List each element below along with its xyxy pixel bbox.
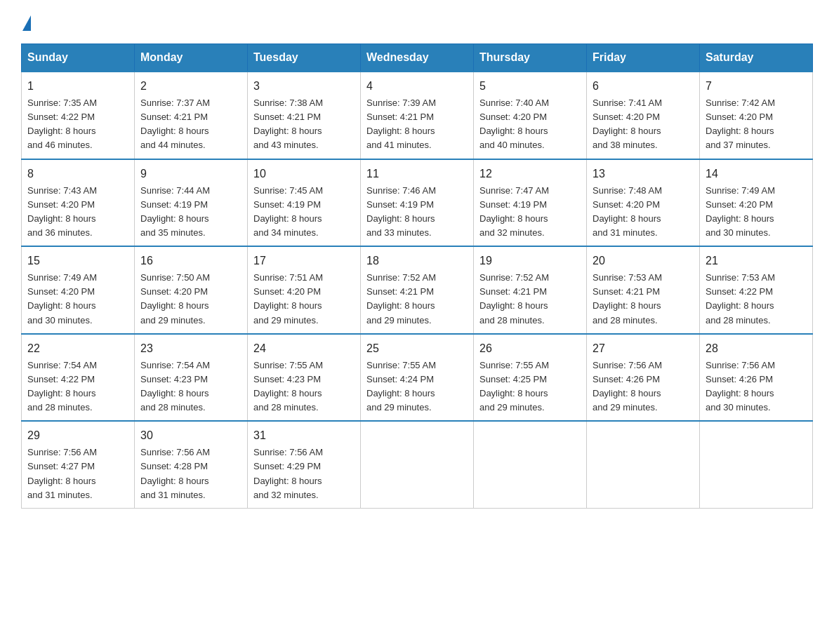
calendar-day-cell: 22 Sunrise: 7:54 AMSunset: 4:22 PMDaylig… [22, 334, 135, 422]
day-number: 3 [253, 78, 355, 95]
calendar-day-cell: 30 Sunrise: 7:56 AMSunset: 4:28 PMDaylig… [135, 421, 248, 508]
calendar-day-cell: 7 Sunrise: 7:42 AMSunset: 4:20 PMDayligh… [700, 72, 813, 159]
day-info: Sunrise: 7:49 AMSunset: 4:20 PMDaylight:… [27, 272, 97, 325]
day-number: 31 [253, 427, 355, 444]
day-info: Sunrise: 7:56 AMSunset: 4:26 PMDaylight:… [706, 360, 775, 412]
day-info: Sunrise: 7:56 AMSunset: 4:29 PMDaylight:… [253, 447, 323, 499]
calendar-day-cell: 4 Sunrise: 7:39 AMSunset: 4:21 PMDayligh… [361, 72, 474, 159]
day-number: 6 [593, 78, 694, 95]
calendar-week-row: 1 Sunrise: 7:35 AMSunset: 4:22 PMDayligh… [22, 72, 813, 159]
day-number: 26 [479, 340, 581, 357]
calendar-day-cell: 9 Sunrise: 7:44 AMSunset: 4:19 PMDayligh… [135, 159, 248, 247]
day-number: 23 [140, 340, 241, 357]
calendar-week-row: 8 Sunrise: 7:43 AMSunset: 4:20 PMDayligh… [22, 159, 813, 247]
day-info: Sunrise: 7:40 AMSunset: 4:20 PMDaylight:… [479, 98, 549, 150]
calendar-day-cell: 16 Sunrise: 7:50 AMSunset: 4:20 PMDaylig… [135, 246, 248, 334]
day-info: Sunrise: 7:38 AMSunset: 4:21 PMDaylight:… [253, 98, 323, 150]
calendar-day-cell: 12 Sunrise: 7:47 AMSunset: 4:19 PMDaylig… [474, 159, 587, 247]
day-number: 8 [27, 166, 128, 182]
calendar-day-cell: 28 Sunrise: 7:56 AMSunset: 4:26 PMDaylig… [700, 334, 813, 422]
day-number: 29 [27, 427, 128, 444]
day-of-week-header: Saturday [700, 44, 813, 72]
day-number: 28 [706, 340, 807, 357]
day-number: 11 [366, 166, 468, 182]
calendar-header-row: SundayMondayTuesdayWednesdayThursdayFrid… [22, 44, 813, 72]
day-info: Sunrise: 7:35 AMSunset: 4:22 PMDaylight:… [27, 98, 97, 150]
day-info: Sunrise: 7:52 AMSunset: 4:21 PMDaylight:… [366, 272, 436, 325]
day-info: Sunrise: 7:55 AMSunset: 4:25 PMDaylight:… [479, 360, 549, 412]
calendar-day-cell: 6 Sunrise: 7:41 AMSunset: 4:20 PMDayligh… [587, 72, 700, 159]
calendar-day-cell [587, 421, 700, 508]
day-number: 7 [706, 78, 807, 95]
day-info: Sunrise: 7:43 AMSunset: 4:20 PMDaylight:… [27, 185, 97, 238]
day-info: Sunrise: 7:41 AMSunset: 4:20 PMDaylight:… [593, 98, 662, 150]
day-number: 12 [479, 166, 581, 182]
day-of-week-header: Sunday [22, 44, 135, 72]
calendar-week-row: 22 Sunrise: 7:54 AMSunset: 4:22 PMDaylig… [22, 334, 813, 422]
day-number: 13 [593, 166, 694, 182]
day-info: Sunrise: 7:44 AMSunset: 4:19 PMDaylight:… [140, 185, 210, 238]
day-info: Sunrise: 7:53 AMSunset: 4:22 PMDaylight:… [706, 272, 775, 325]
calendar-week-row: 29 Sunrise: 7:56 AMSunset: 4:27 PMDaylig… [22, 421, 813, 508]
calendar-day-cell: 20 Sunrise: 7:53 AMSunset: 4:21 PMDaylig… [587, 246, 700, 334]
calendar-day-cell [474, 421, 587, 508]
day-number: 17 [253, 253, 355, 269]
calendar-day-cell: 29 Sunrise: 7:56 AMSunset: 4:27 PMDaylig… [22, 421, 135, 508]
day-number: 19 [479, 253, 581, 269]
day-info: Sunrise: 7:56 AMSunset: 4:28 PMDaylight:… [140, 447, 210, 499]
day-number: 21 [706, 253, 807, 269]
day-number: 15 [27, 253, 128, 269]
day-number: 4 [366, 78, 468, 95]
calendar-day-cell: 10 Sunrise: 7:45 AMSunset: 4:19 PMDaylig… [248, 159, 361, 247]
day-info: Sunrise: 7:55 AMSunset: 4:24 PMDaylight:… [366, 360, 436, 412]
calendar-day-cell: 26 Sunrise: 7:55 AMSunset: 4:25 PMDaylig… [474, 334, 587, 422]
day-number: 16 [140, 253, 241, 269]
calendar-day-cell: 5 Sunrise: 7:40 AMSunset: 4:20 PMDayligh… [474, 72, 587, 159]
day-info: Sunrise: 7:37 AMSunset: 4:21 PMDaylight:… [140, 98, 210, 150]
day-info: Sunrise: 7:50 AMSunset: 4:20 PMDaylight:… [140, 272, 210, 325]
day-number: 20 [593, 253, 694, 269]
day-number: 10 [253, 166, 355, 182]
calendar-day-cell: 13 Sunrise: 7:48 AMSunset: 4:20 PMDaylig… [587, 159, 700, 247]
logo-top [21, 14, 31, 31]
day-number: 24 [253, 340, 355, 357]
calendar-day-cell: 24 Sunrise: 7:55 AMSunset: 4:23 PMDaylig… [248, 334, 361, 422]
day-info: Sunrise: 7:56 AMSunset: 4:27 PMDaylight:… [27, 447, 97, 499]
day-info: Sunrise: 7:54 AMSunset: 4:23 PMDaylight:… [140, 360, 210, 412]
calendar-day-cell: 18 Sunrise: 7:52 AMSunset: 4:21 PMDaylig… [361, 246, 474, 334]
calendar-day-cell: 8 Sunrise: 7:43 AMSunset: 4:20 PMDayligh… [22, 159, 135, 247]
day-info: Sunrise: 7:51 AMSunset: 4:20 PMDaylight:… [253, 272, 323, 325]
day-number: 22 [27, 340, 128, 357]
calendar-day-cell: 17 Sunrise: 7:51 AMSunset: 4:20 PMDaylig… [248, 246, 361, 334]
day-number: 2 [140, 78, 241, 95]
day-of-week-header: Thursday [474, 44, 587, 72]
day-info: Sunrise: 7:46 AMSunset: 4:19 PMDaylight:… [366, 185, 436, 238]
calendar-day-cell: 19 Sunrise: 7:52 AMSunset: 4:21 PMDaylig… [474, 246, 587, 334]
logo-triangle-icon [22, 15, 31, 31]
day-of-week-header: Tuesday [248, 44, 361, 72]
day-number: 14 [706, 166, 807, 182]
day-of-week-header: Monday [135, 44, 248, 72]
calendar-day-cell: 2 Sunrise: 7:37 AMSunset: 4:21 PMDayligh… [135, 72, 248, 159]
day-info: Sunrise: 7:56 AMSunset: 4:26 PMDaylight:… [593, 360, 662, 412]
day-info: Sunrise: 7:53 AMSunset: 4:21 PMDaylight:… [593, 272, 662, 325]
calendar-day-cell: 21 Sunrise: 7:53 AMSunset: 4:22 PMDaylig… [700, 246, 813, 334]
day-number: 25 [366, 340, 468, 357]
day-info: Sunrise: 7:48 AMSunset: 4:20 PMDaylight:… [593, 185, 662, 238]
calendar-week-row: 15 Sunrise: 7:49 AMSunset: 4:20 PMDaylig… [22, 246, 813, 334]
calendar-day-cell: 25 Sunrise: 7:55 AMSunset: 4:24 PMDaylig… [361, 334, 474, 422]
day-info: Sunrise: 7:47 AMSunset: 4:19 PMDaylight:… [479, 185, 549, 238]
calendar-day-cell: 1 Sunrise: 7:35 AMSunset: 4:22 PMDayligh… [22, 72, 135, 159]
calendar-day-cell: 14 Sunrise: 7:49 AMSunset: 4:20 PMDaylig… [700, 159, 813, 247]
day-info: Sunrise: 7:49 AMSunset: 4:20 PMDaylight:… [706, 185, 775, 238]
day-info: Sunrise: 7:39 AMSunset: 4:21 PMDaylight:… [366, 98, 436, 150]
calendar-day-cell: 15 Sunrise: 7:49 AMSunset: 4:20 PMDaylig… [22, 246, 135, 334]
day-number: 30 [140, 427, 241, 444]
day-info: Sunrise: 7:52 AMSunset: 4:21 PMDaylight:… [479, 272, 549, 325]
day-info: Sunrise: 7:45 AMSunset: 4:19 PMDaylight:… [253, 185, 323, 238]
day-info: Sunrise: 7:55 AMSunset: 4:23 PMDaylight:… [253, 360, 323, 412]
day-of-week-header: Friday [587, 44, 700, 72]
calendar-day-cell [361, 421, 474, 508]
day-number: 27 [593, 340, 694, 357]
day-number: 5 [479, 78, 581, 95]
